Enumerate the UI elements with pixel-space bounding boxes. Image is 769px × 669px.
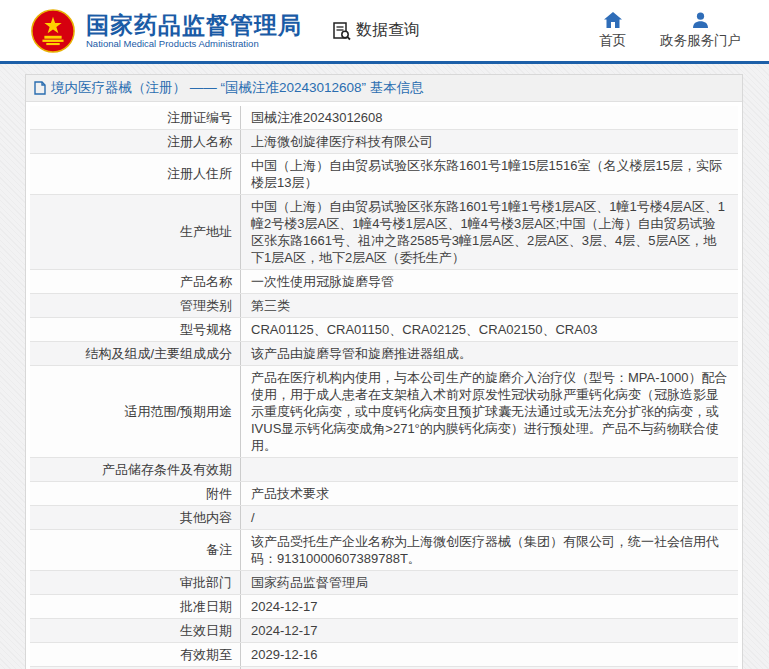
row-label: 管理类别 [30,294,240,317]
row-label: 审批部门 [30,571,240,594]
row-label-text: 注册人名称 [167,134,232,150]
row-value-text: 上海微创旋律医疗科技有限公司 [251,133,433,150]
row-label-text: 生效日期 [180,623,232,639]
table-row: 结构及组成/主要组成成分 该产品由旋磨导管和旋磨推进器组成。 [30,342,738,366]
row-value-text: CRA01125、CRA01150、CRA02125、CRA02150、CRA0… [251,321,597,338]
table-row: 产品名称 一次性使用冠脉旋磨导管 [30,270,738,294]
data-query-tab[interactable]: 数据查询 [332,20,420,41]
row-label: 结构及组成/主要组成成分 [30,342,240,365]
row-value-text: 一次性使用冠脉旋磨导管 [251,273,394,290]
row-value: 产品技术要求 [240,482,738,505]
row-label-text: 产品储存条件及有效期 [102,462,232,478]
nav-gov-portal-label: 政务服务门户 [660,32,741,50]
row-value-text: / [251,509,255,526]
nmpa-brand[interactable]: 国家药品监督管理局 National Medical Products Admi… [30,8,302,54]
row-label: 有效期至 [30,643,240,666]
breadcrumb-text: 境内医疗器械（注册） —— “国械注准20243012608” 基本信息 [51,79,424,97]
row-label: 备注 [30,530,240,570]
header-nav: 首页 政务服务门户 [599,12,741,50]
row-value-text: 国械注准20243012608 [251,109,383,126]
row-value: 国家药品监督管理局 [240,571,738,594]
row-label-text: 备注 [206,542,232,558]
table-row: 适用范围/预期用途 产品在医疗机构内使用，与本公司生产的旋磨介入治疗仪（型号：M… [30,366,738,458]
table-row: 生效日期 2024-12-17 [30,619,738,643]
home-icon [604,12,622,28]
row-value-text: 产品技术要求 [251,485,329,502]
row-label-text: 结构及组成/主要组成成分 [85,346,232,362]
nav-gov-portal[interactable]: 政务服务门户 [660,12,741,50]
table-row: 审批部门 国家药品监督管理局 [30,571,738,595]
row-label: 注册人名称 [30,130,240,153]
row-value: 该产品受托生产企业名称为上海微创医疗器械（集团）有限公司，统一社会信用代码：91… [240,530,738,570]
breadcrumb: 境内医疗器械（注册） —— “国械注准20243012608” 基本信息 [26,75,742,102]
row-value-text: 中国（上海）自由贸易试验区张东路1601号1幢15层1516室（名义楼层15层，… [251,157,728,191]
brand-subtitle: National Medical Products Administration [86,38,302,50]
table-row: 生产地址 中国（上海）自由贸易试验区张东路1601号1幢1号楼1层A区、1幢1号… [30,195,738,270]
row-value: 一次性使用冠脉旋磨导管 [240,270,738,293]
row-label-text: 有效期至 [180,647,232,663]
row-label: 注册证编号 [30,106,240,129]
row-value-text: 该产品由旋磨导管和旋磨推进器组成。 [251,345,472,362]
row-value: 该产品由旋磨导管和旋磨推进器组成。 [240,342,738,365]
row-value: 第三类 [240,294,738,317]
row-value: CRA01125、CRA01150、CRA02125、CRA02150、CRA0… [240,318,738,341]
table-row: 附件 产品技术要求 [30,482,738,506]
nav-home[interactable]: 首页 [599,12,626,50]
row-label-text: 产品名称 [180,274,232,290]
row-value-text: 2024-12-17 [251,598,318,615]
document-search-icon [332,21,352,41]
row-value: 产品在医疗机构内使用，与本公司生产的旋磨介入治疗仪（型号：MPA-1000）配合… [240,366,738,457]
table-row: 其他内容 / [30,506,738,530]
row-label: 产品名称 [30,270,240,293]
row-label-text: 型号规格 [180,322,232,338]
brand-title: 国家药品监督管理局 [86,12,302,38]
row-value: 上海微创旋律医疗科技有限公司 [240,130,738,153]
row-label: 批准日期 [30,595,240,618]
row-label: 其他内容 [30,506,240,529]
table-row: 批准日期 2024-12-17 [30,595,738,619]
table-row: 注册人名称 上海微创旋律医疗科技有限公司 [30,130,738,154]
row-label-text: 其他内容 [180,510,232,526]
row-label-text: 生产地址 [180,224,232,240]
table-row: 有效期至 2029-12-16 [30,643,738,667]
table-row: 注册证编号 国械注准20243012608 [30,106,738,130]
row-label-text: 管理类别 [180,298,232,314]
row-label: 适用范围/预期用途 [30,366,240,457]
national-emblem-icon [30,8,76,54]
row-value: 中国（上海）自由贸易试验区张东路1601号1幢1号楼1层A区、1幢1号楼4层A区… [240,195,738,269]
registration-info-table: 注册证编号 国械注准20243012608 注册人名称 上海微创旋律医疗科技有限… [26,102,742,669]
row-label: 注册人住所 [30,154,240,194]
row-label-text: 注册人住所 [167,166,232,182]
table-row: 管理类别 第三类 [30,294,738,318]
row-value: 2029-12-16 [240,643,738,666]
row-value: 国械注准20243012608 [240,106,738,129]
row-value: 中国（上海）自由贸易试验区张东路1601号1幢15层1516室（名义楼层15层，… [240,154,738,194]
row-value: 2024-12-17 [240,595,738,618]
row-value-text: 第三类 [251,297,290,314]
row-label-text: 审批部门 [180,575,232,591]
row-label-text: 附件 [206,486,232,502]
row-value-text: 该产品受托生产企业名称为上海微创医疗器械（集团）有限公司，统一社会信用代码：91… [251,533,728,567]
data-query-label: 数据查询 [356,20,420,41]
table-row: 注册人住所 中国（上海）自由贸易试验区张东路1601号1幢15层1516室（名义… [30,154,738,195]
row-value-text: 国家药品监督管理局 [251,574,368,591]
table-row: 备注 该产品受托生产企业名称为上海微创医疗器械（集团）有限公司，统一社会信用代码… [30,530,738,571]
row-value: / [240,506,738,529]
row-label: 型号规格 [30,318,240,341]
row-label: 产品储存条件及有效期 [30,458,240,481]
row-label: 生效日期 [30,619,240,642]
table-row: 型号规格 CRA01125、CRA01150、CRA02125、CRA02150… [30,318,738,342]
table-row: 产品储存条件及有效期 [30,458,738,482]
row-label-text: 注册证编号 [167,110,232,126]
row-value [240,458,738,481]
row-value-text: 产品在医疗机构内使用，与本公司生产的旋磨介入治疗仪（型号：MPA-1000）配合… [251,369,728,454]
site-header: 国家药品监督管理局 National Medical Products Admi… [0,0,769,64]
row-label-text: 批准日期 [180,599,232,615]
row-value-text: 中国（上海）自由贸易试验区张东路1601号1幢1号楼1层A区、1幢1号楼4层A区… [251,198,728,266]
row-label: 附件 [30,482,240,505]
detail-panel: 境内医疗器械（注册） —— “国械注准20243012608” 基本信息 注册证… [25,74,743,669]
nav-home-label: 首页 [599,32,626,50]
page-icon [34,81,46,95]
row-label-text: 适用范围/预期用途 [124,404,232,420]
row-label: 生产地址 [30,195,240,269]
